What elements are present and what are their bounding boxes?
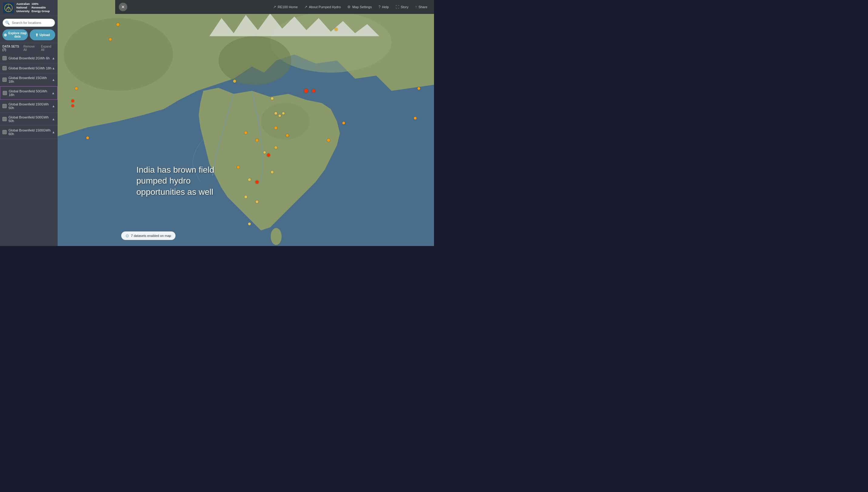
map-dot-3[interactable] <box>71 99 74 102</box>
dataset-collapse-icon[interactable]: ▲ <box>51 91 55 95</box>
map-dot-5[interactable] <box>87 136 89 139</box>
map-dot-14[interactable] <box>286 134 289 137</box>
nav-icon-map-settings: ⚙ <box>347 5 351 9</box>
sidebar: AustralianNationalUniversity 100%Renewab… <box>0 0 57 246</box>
dataset-color <box>3 91 7 95</box>
nav-icon-story: ⛶ <box>395 5 399 9</box>
svg-point-11 <box>261 103 309 139</box>
status-bar: ⊙ 7 datasets enabled on map <box>121 231 175 240</box>
map-dot-7[interactable] <box>245 131 247 134</box>
search-input[interactable] <box>2 19 55 27</box>
remove-all-button[interactable]: Remove All <box>23 45 39 51</box>
map-dot-24[interactable] <box>248 222 251 225</box>
dataset-collapse-icon[interactable]: ▲ <box>52 78 55 81</box>
dataset-collapse-icon[interactable]: ▲ <box>52 56 55 60</box>
nav-label-help: Help <box>382 5 389 9</box>
dataset-name: Global Brownfield 15GWh 18h <box>8 76 52 83</box>
dataset-color <box>2 130 7 134</box>
dataset-left: Global Brownfield 5GWh 18h <box>2 66 51 70</box>
map-dot-6[interactable] <box>233 80 236 83</box>
map-dot-8[interactable] <box>271 97 273 100</box>
map-dot-0[interactable] <box>116 23 119 26</box>
map-dot-23[interactable] <box>256 200 259 203</box>
datasets-title: DATA SETS (7) <box>2 45 23 51</box>
map-dot-27[interactable] <box>327 139 330 142</box>
map-dot-30[interactable] <box>418 87 420 90</box>
nav-link-about[interactable]: ↗ About Pumped Hydro <box>301 3 344 10</box>
dataset-item-2[interactable]: Global Brownfield 5GWh 18h ▲ <box>0 63 57 73</box>
logo-text: AustralianNationalUniversity <box>16 2 30 13</box>
map-dot-25[interactable] <box>304 89 308 93</box>
top-nav: ✕ ↗ RE100 Home ↗ About Pumped Hydro ⚙ Ma… <box>115 0 434 14</box>
map-dot-20[interactable] <box>248 178 251 181</box>
dataset-collapse-icon[interactable]: ▲ <box>52 104 55 108</box>
dataset-color <box>2 56 7 60</box>
dataset-color <box>2 104 7 108</box>
map-dot-17[interactable] <box>271 171 273 174</box>
status-label: 7 datasets enabled on map <box>131 234 171 238</box>
map-dot-22[interactable] <box>245 195 247 198</box>
upload-icon: ⬆ <box>35 33 39 37</box>
dataset-item-5[interactable]: Global Brownfield 150GWh 50h ▲ <box>0 100 57 113</box>
map-dot-16[interactable] <box>267 153 270 157</box>
svg-point-10 <box>218 36 291 85</box>
dataset-collapse-icon[interactable]: ▲ <box>52 117 55 121</box>
dataset-item-1[interactable]: Global Brownfield 2GWh 6h ▲ <box>0 53 57 63</box>
nav-icon-help: ? <box>379 5 381 9</box>
nav-links: ↗ RE100 Home ↗ About Pumped Hydro ⚙ Map … <box>270 3 430 10</box>
datasets-actions: Remove All Expand All <box>23 45 55 51</box>
map-dot-21[interactable] <box>256 180 259 183</box>
nav-link-share[interactable]: ↑ Share <box>412 3 430 10</box>
dataset-name: Global Brownfield 500GWh 50h <box>8 116 52 123</box>
map-dot-31[interactable] <box>414 117 416 119</box>
nav-link-story[interactable]: ⛶ Story <box>392 3 412 10</box>
map-dot-19[interactable] <box>237 166 240 169</box>
upload-button[interactable]: ⬆ Upload <box>30 29 55 40</box>
map-dot-2[interactable] <box>75 87 78 90</box>
nav-icon-re100: ↗ <box>273 5 276 9</box>
map-dot-15[interactable] <box>274 146 277 149</box>
close-button[interactable]: ✕ <box>119 3 127 11</box>
explore-icon: ⊕ <box>4 33 7 37</box>
dataset-color <box>2 117 7 121</box>
map-dot-28[interactable] <box>342 122 345 124</box>
dataset-left: Global Brownfield 2GWh 6h <box>2 56 50 60</box>
explore-map-button[interactable]: ⊕ Explore map data <box>2 29 28 40</box>
nav-label-story: Story <box>401 5 409 9</box>
map-dot-12[interactable] <box>274 127 277 129</box>
map-dot-1[interactable] <box>109 38 112 41</box>
map-container[interactable]: ✕ ↗ RE100 Home ↗ About Pumped Hydro ⚙ Ma… <box>57 0 434 246</box>
map-dot-18[interactable] <box>263 151 266 154</box>
nav-link-re100[interactable]: ↗ RE100 Home <box>270 3 300 10</box>
dataset-name: Global Brownfield 5GWh 18h <box>8 66 51 70</box>
nav-label-map-settings: Map Settings <box>352 5 371 9</box>
map-dot-29[interactable] <box>335 28 338 31</box>
datasets-header: DATA SETS (7) Remove All Expand All <box>0 43 57 53</box>
dataset-item-6[interactable]: Global Brownfield 500GWh 50h ▲ <box>0 113 57 126</box>
nav-label-share: Share <box>418 5 427 9</box>
dataset-item-7[interactable]: Global Brownfield 1500GWh 60h ▲ <box>0 126 57 139</box>
nav-icon-share: ↑ <box>415 5 417 9</box>
map-dot-4[interactable] <box>71 104 74 107</box>
map-dot-9[interactable] <box>274 112 277 115</box>
map-dot-13[interactable] <box>256 139 259 142</box>
dataset-name: Global Brownfield 150GWh 50h <box>8 102 52 110</box>
dataset-item-4[interactable]: Global Brownfield 50GWh 18h ▲ <box>0 87 57 100</box>
dataset-item-3[interactable]: Global Brownfield 15GWh 18h ▲ <box>0 73 57 87</box>
svg-point-8 <box>64 18 173 91</box>
map-dot-11[interactable] <box>282 112 285 115</box>
anu-logo <box>3 2 14 13</box>
dataset-collapse-icon[interactable]: ▲ <box>52 66 55 70</box>
nav-link-map-settings[interactable]: ⚙ Map Settings <box>344 3 375 10</box>
status-icon: ⊙ <box>125 233 129 238</box>
nav-label-about: About Pumped Hydro <box>309 5 341 9</box>
search-bar: 🔍 <box>2 19 55 27</box>
map-dot-26[interactable] <box>312 89 315 93</box>
expand-all-button[interactable]: Expand All <box>41 45 55 51</box>
svg-point-7 <box>271 228 282 245</box>
dataset-color <box>2 78 7 82</box>
nav-link-help[interactable]: ? Help <box>376 3 392 10</box>
map-dot-10[interactable] <box>279 115 281 117</box>
dataset-color <box>2 66 7 70</box>
dataset-collapse-icon[interactable]: ▲ <box>52 130 55 134</box>
